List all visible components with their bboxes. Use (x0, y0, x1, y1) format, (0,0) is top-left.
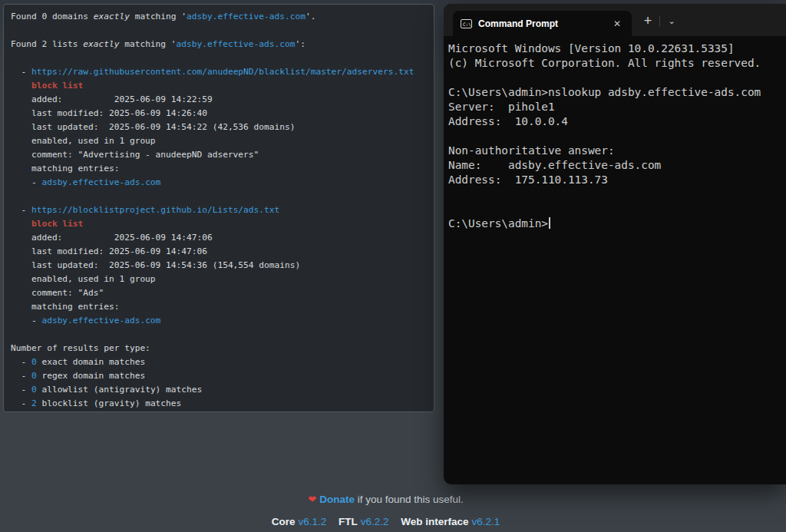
new-tab-button[interactable]: + (640, 14, 656, 29)
terminal-titlebar[interactable]: C:\ Command Prompt ✕ + ⌄ (444, 4, 786, 36)
link-text[interactable]: https://blocklistproject.github.io/Lists… (31, 205, 279, 215)
version-line: Corev6.1.2 FTLv6.2.2 Web interfacev6.2.1 (0, 515, 771, 529)
text-segment: - (11, 67, 31, 77)
text-segment: added: 2025-06-09 14:47:06 (11, 233, 213, 243)
terminal-window: C:\ Command Prompt ✕ + ⌄ Microsoft Windo… (444, 4, 786, 484)
text-segment: Found 2 lists (11, 39, 83, 49)
text-segment: - (11, 357, 31, 367)
text-segment: matching ' (119, 39, 176, 49)
core-version-link[interactable]: v6.1.2 (298, 516, 326, 527)
terminal-cursor (549, 217, 550, 229)
web-interface-version-group: Web interfacev6.2.1 (401, 516, 500, 527)
text-segment: blocklist (gravity) matches (37, 398, 182, 408)
web-interface-label: Web interface (401, 516, 468, 527)
donate-text: if you found this useful. (358, 494, 464, 505)
terminal-text: Microsoft Windows [Version 10.0.22631.53… (448, 41, 783, 231)
text-segment: allowlist (antigravity) matches (37, 385, 203, 395)
web-interface-version-link[interactable]: v6.2.1 (472, 516, 500, 527)
text-segment: last updated: 2025-06-09 14:54:36 (154,5… (11, 260, 300, 270)
text-segment: last modified: 2025-06-09 14:47:06 (11, 246, 207, 256)
text-segment: exactly (94, 12, 130, 21)
text-segment: exact domain matches (37, 357, 145, 367)
text-segment: added: 2025-06-09 14:22:59 (11, 94, 213, 104)
titlebar-divider (659, 16, 660, 27)
core-label: Core (272, 516, 296, 527)
text-segment: matching entries: (11, 302, 119, 312)
text-segment: - (11, 316, 41, 325)
text-segment: Number of results per type: (11, 343, 150, 353)
text-segment: enabled, used in 1 group (11, 136, 156, 146)
text-segment: regex domain matches (37, 371, 145, 381)
core-version-group: Corev6.1.2 (272, 516, 327, 527)
text-segment: '. (305, 12, 315, 21)
text-segment: enabled, used in 1 group (11, 274, 156, 284)
text-segment: - (11, 205, 31, 215)
donate-line: ❤Donate if you found this useful. (0, 492, 771, 507)
link-text[interactable]: adsby.effective-ads.com (41, 316, 160, 325)
text-segment: Found 0 domains (11, 12, 94, 21)
text-segment: 0 (31, 385, 37, 395)
ftl-version-link[interactable]: v6.2.2 (361, 516, 389, 527)
link-text[interactable]: adsby.effective-ads.com (187, 12, 305, 21)
donate-link[interactable]: Donate (319, 494, 355, 505)
terminal-content[interactable]: Microsoft Windows [Version 10.0.22631.53… (444, 36, 786, 484)
text-segment: block list (31, 81, 83, 91)
text-segment: last updated: 2025-06-09 14:54:22 (42,53… (11, 122, 295, 132)
ftl-version-group: FTLv6.2.2 (339, 516, 389, 527)
tab-command-prompt[interactable]: C:\ Command Prompt ✕ (453, 11, 632, 36)
ftl-label: FTL (339, 516, 358, 527)
text-segment: - (11, 398, 31, 408)
text-segment (11, 219, 31, 229)
link-text[interactable]: adsby.effective-ads.com (177, 39, 296, 49)
link-text[interactable]: adsby.effective-ads.com (41, 177, 160, 187)
text-segment: ': (295, 39, 305, 49)
text-segment: 0 (31, 371, 37, 381)
domain-search-output[interactable]: Found 0 domains exactly matching 'adsby.… (3, 4, 434, 412)
text-segment: 2 (31, 398, 37, 408)
tab-title: Command Prompt (478, 18, 610, 29)
text-segment: - (11, 177, 41, 187)
heart-icon: ❤ (308, 494, 316, 505)
link-text[interactable]: https://raw.githubusercontent.com/anudee… (31, 67, 414, 77)
text-segment: matching ' (130, 12, 187, 21)
page-footer: ❤Donate if you found this useful. Corev6… (0, 492, 771, 529)
text-segment: - (11, 385, 31, 395)
text-segment: 0 (31, 357, 37, 367)
text-segment: comment: "Ads" (11, 288, 104, 298)
text-segment: matching entries: (11, 164, 119, 173)
text-segment: exactly (83, 39, 119, 49)
text-segment (11, 81, 31, 91)
text-segment: block list (31, 219, 83, 229)
text-segment: comment: "Advertising - anudeepND adserv… (11, 150, 259, 160)
tab-close-icon[interactable]: ✕ (610, 18, 624, 30)
text-segment: - (11, 371, 31, 381)
text-segment: last modified: 2025-06-09 14:26:40 (11, 108, 207, 118)
tab-dropdown-icon[interactable]: ⌄ (664, 14, 679, 29)
command-prompt-icon: C:\ (461, 19, 472, 28)
